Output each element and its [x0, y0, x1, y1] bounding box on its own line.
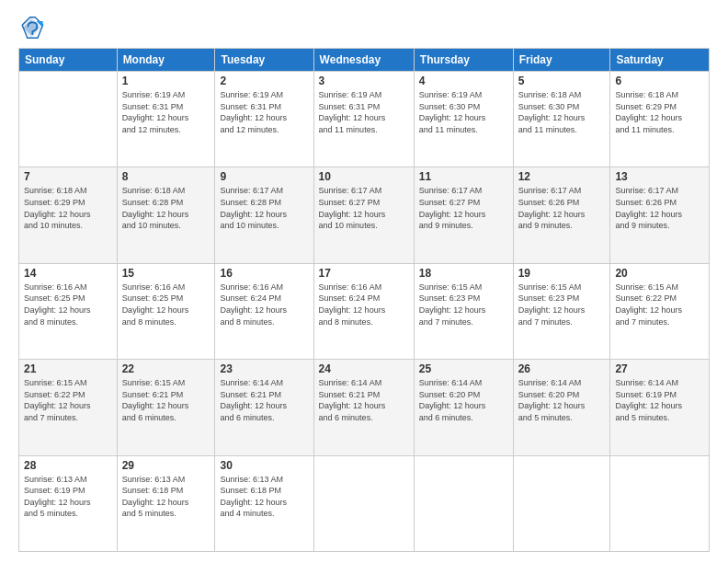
calendar-cell: 12Sunrise: 6:17 AM Sunset: 6:26 PM Dayli… — [513, 167, 610, 263]
day-number: 25 — [419, 362, 508, 375]
day-info: Sunrise: 6:17 AM Sunset: 6:26 PM Dayligh… — [615, 185, 704, 231]
day-info: Sunrise: 6:16 AM Sunset: 6:24 PM Dayligh… — [220, 282, 308, 327]
calendar-cell: 3Sunrise: 6:19 AM Sunset: 6:31 PM Daylig… — [313, 72, 414, 167]
calendar-cell: 27Sunrise: 6:14 AM Sunset: 6:19 PM Dayli… — [610, 360, 710, 455]
weekday-saturday: Saturday — [610, 49, 710, 72]
calendar-cell: 9Sunrise: 6:17 AM Sunset: 6:28 PM Daylig… — [215, 167, 313, 263]
day-number: 3 — [319, 75, 409, 87]
day-number: 9 — [220, 170, 308, 183]
weekday-header-row: SundayMondayTuesdayWednesdayThursdayFrid… — [19, 49, 710, 72]
day-number: 17 — [319, 267, 409, 280]
day-number: 14 — [24, 267, 112, 280]
day-number: 26 — [518, 362, 606, 375]
calendar-cell — [19, 72, 118, 167]
day-info: Sunrise: 6:13 AM Sunset: 6:18 PM Dayligh… — [220, 474, 308, 520]
day-info: Sunrise: 6:16 AM Sunset: 6:25 PM Dayligh… — [122, 282, 210, 327]
calendar-cell: 14Sunrise: 6:16 AM Sunset: 6:25 PM Dayli… — [19, 263, 118, 359]
weekday-thursday: Thursday — [414, 49, 513, 72]
day-number: 4 — [419, 75, 508, 87]
calendar-cell: 17Sunrise: 6:16 AM Sunset: 6:24 PM Dayli… — [313, 263, 414, 359]
day-info: Sunrise: 6:14 AM Sunset: 6:21 PM Dayligh… — [220, 377, 308, 423]
day-info: Sunrise: 6:17 AM Sunset: 6:28 PM Dayligh… — [220, 185, 308, 231]
calendar-cell: 18Sunrise: 6:15 AM Sunset: 6:23 PM Dayli… — [414, 263, 513, 359]
day-number: 21 — [24, 362, 112, 375]
day-info: Sunrise: 6:14 AM Sunset: 6:20 PM Dayligh… — [518, 377, 606, 423]
day-info: Sunrise: 6:19 AM Sunset: 6:30 PM Dayligh… — [419, 89, 508, 135]
week-row-2: 7Sunrise: 6:18 AM Sunset: 6:29 PM Daylig… — [19, 167, 710, 263]
day-number: 11 — [419, 170, 508, 183]
weekday-tuesday: Tuesday — [215, 49, 313, 72]
weekday-sunday: Sunday — [19, 49, 118, 72]
day-number: 1 — [122, 75, 210, 87]
logo — [18, 15, 48, 40]
calendar-cell: 19Sunrise: 6:15 AM Sunset: 6:23 PM Dayli… — [513, 263, 610, 359]
calendar-cell: 24Sunrise: 6:14 AM Sunset: 6:21 PM Dayli… — [313, 360, 414, 455]
day-info: Sunrise: 6:14 AM Sunset: 6:19 PM Dayligh… — [615, 377, 704, 423]
day-info: Sunrise: 6:14 AM Sunset: 6:20 PM Dayligh… — [419, 377, 508, 423]
logo-icon — [18, 15, 44, 40]
day-number: 16 — [220, 267, 308, 280]
page: SundayMondayTuesdayWednesdayThursdayFrid… — [0, 0, 728, 563]
calendar-table: SundayMondayTuesdayWednesdayThursdayFrid… — [18, 48, 710, 552]
calendar-cell: 11Sunrise: 6:17 AM Sunset: 6:27 PM Dayli… — [414, 167, 513, 263]
day-info: Sunrise: 6:19 AM Sunset: 6:31 PM Dayligh… — [220, 89, 308, 135]
day-number: 20 — [615, 267, 704, 280]
day-info: Sunrise: 6:18 AM Sunset: 6:29 PM Dayligh… — [24, 185, 112, 231]
calendar-cell: 29Sunrise: 6:13 AM Sunset: 6:18 PM Dayli… — [117, 455, 215, 551]
calendar-cell: 2Sunrise: 6:19 AM Sunset: 6:31 PM Daylig… — [215, 72, 313, 167]
calendar-cell: 26Sunrise: 6:14 AM Sunset: 6:20 PM Dayli… — [513, 360, 610, 455]
weekday-wednesday: Wednesday — [313, 49, 414, 72]
weekday-friday: Friday — [513, 49, 610, 72]
calendar-cell — [513, 455, 610, 551]
week-row-3: 14Sunrise: 6:16 AM Sunset: 6:25 PM Dayli… — [19, 263, 710, 359]
header — [18, 15, 710, 40]
day-info: Sunrise: 6:16 AM Sunset: 6:24 PM Dayligh… — [319, 282, 409, 327]
day-number: 13 — [615, 170, 704, 183]
calendar-cell — [610, 455, 710, 551]
day-info: Sunrise: 6:15 AM Sunset: 6:21 PM Dayligh… — [122, 377, 210, 423]
day-number: 8 — [122, 170, 210, 183]
day-info: Sunrise: 6:15 AM Sunset: 6:23 PM Dayligh… — [419, 282, 508, 327]
week-row-5: 28Sunrise: 6:13 AM Sunset: 6:19 PM Dayli… — [19, 455, 710, 551]
day-info: Sunrise: 6:13 AM Sunset: 6:18 PM Dayligh… — [122, 474, 210, 520]
weekday-monday: Monday — [117, 49, 215, 72]
day-number: 30 — [220, 459, 308, 472]
calendar-cell — [414, 455, 513, 551]
calendar-cell: 13Sunrise: 6:17 AM Sunset: 6:26 PM Dayli… — [610, 167, 710, 263]
calendar-cell: 8Sunrise: 6:18 AM Sunset: 6:28 PM Daylig… — [117, 167, 215, 263]
day-number: 7 — [24, 170, 112, 183]
day-info: Sunrise: 6:18 AM Sunset: 6:30 PM Dayligh… — [518, 89, 606, 135]
calendar-cell: 16Sunrise: 6:16 AM Sunset: 6:24 PM Dayli… — [215, 263, 313, 359]
calendar-cell: 23Sunrise: 6:14 AM Sunset: 6:21 PM Dayli… — [215, 360, 313, 455]
day-info: Sunrise: 6:17 AM Sunset: 6:26 PM Dayligh… — [518, 185, 606, 231]
calendar-cell: 28Sunrise: 6:13 AM Sunset: 6:19 PM Dayli… — [19, 455, 118, 551]
day-info: Sunrise: 6:16 AM Sunset: 6:25 PM Dayligh… — [24, 282, 112, 327]
calendar-cell: 7Sunrise: 6:18 AM Sunset: 6:29 PM Daylig… — [19, 167, 118, 263]
day-number: 22 — [122, 362, 210, 375]
calendar-cell — [313, 455, 414, 551]
calendar-cell: 22Sunrise: 6:15 AM Sunset: 6:21 PM Dayli… — [117, 360, 215, 455]
day-number: 28 — [24, 459, 112, 472]
day-number: 18 — [419, 267, 508, 280]
day-info: Sunrise: 6:13 AM Sunset: 6:19 PM Dayligh… — [24, 474, 112, 520]
day-info: Sunrise: 6:18 AM Sunset: 6:28 PM Dayligh… — [122, 185, 210, 231]
day-number: 10 — [319, 170, 409, 183]
day-number: 23 — [220, 362, 308, 375]
day-info: Sunrise: 6:18 AM Sunset: 6:29 PM Dayligh… — [615, 89, 704, 135]
day-number: 6 — [615, 75, 704, 87]
day-info: Sunrise: 6:15 AM Sunset: 6:23 PM Dayligh… — [518, 282, 606, 327]
calendar-cell: 15Sunrise: 6:16 AM Sunset: 6:25 PM Dayli… — [117, 263, 215, 359]
day-info: Sunrise: 6:17 AM Sunset: 6:27 PM Dayligh… — [319, 185, 409, 231]
day-number: 5 — [518, 75, 606, 87]
day-info: Sunrise: 6:19 AM Sunset: 6:31 PM Dayligh… — [122, 89, 210, 135]
calendar-cell: 20Sunrise: 6:15 AM Sunset: 6:22 PM Dayli… — [610, 263, 710, 359]
week-row-1: 1Sunrise: 6:19 AM Sunset: 6:31 PM Daylig… — [19, 72, 710, 167]
calendar-cell: 21Sunrise: 6:15 AM Sunset: 6:22 PM Dayli… — [19, 360, 118, 455]
day-number: 29 — [122, 459, 210, 472]
day-info: Sunrise: 6:17 AM Sunset: 6:27 PM Dayligh… — [419, 185, 508, 231]
day-info: Sunrise: 6:19 AM Sunset: 6:31 PM Dayligh… — [319, 89, 409, 135]
calendar-cell: 30Sunrise: 6:13 AM Sunset: 6:18 PM Dayli… — [215, 455, 313, 551]
day-number: 27 — [615, 362, 704, 375]
day-number: 24 — [319, 362, 409, 375]
calendar-cell: 25Sunrise: 6:14 AM Sunset: 6:20 PM Dayli… — [414, 360, 513, 455]
